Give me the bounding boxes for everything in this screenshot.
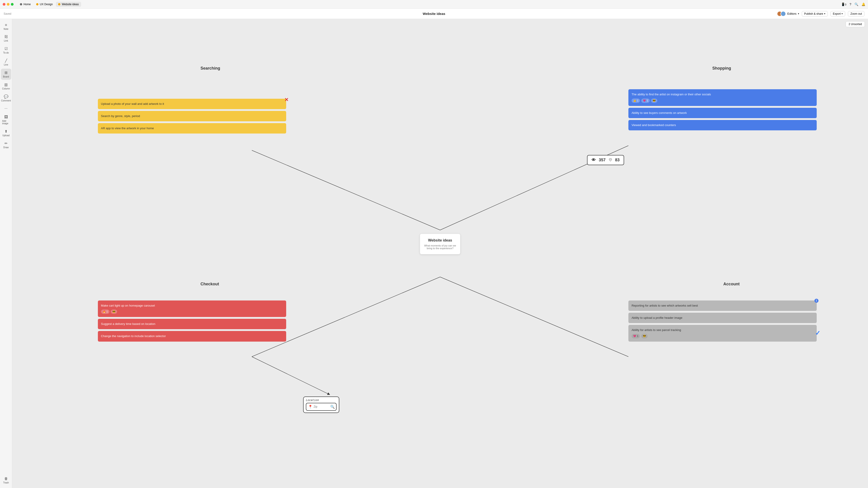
center-node: Website ideas What moments of joy can we… — [420, 234, 460, 254]
search-icon[interactable]: 🔍 — [855, 2, 858, 6]
card-account-1[interactable]: Reporting for artists to see which artwo… — [628, 300, 817, 311]
sidebar-item-trash[interactable]: 🗑 Trash — [1, 475, 11, 486]
more-icon: ··· — [4, 106, 7, 110]
badge-cool3: 😎 — [641, 334, 648, 338]
avatar-group — [777, 11, 786, 17]
quadrant-searching-label: Searching — [200, 66, 220, 71]
svg-line-3 — [440, 277, 628, 357]
sidebar-item-comment[interactable]: 💬 Comment — [1, 93, 11, 104]
card-checkout-3[interactable]: Change the navigation to include locatio… — [98, 331, 286, 341]
card-shopping-1[interactable]: The ability to find the artist on instag… — [628, 89, 817, 106]
sidebar-label-todo: To-do — [3, 52, 9, 54]
badge-cool: 😎 — [651, 98, 657, 103]
location-label: Location — [306, 399, 337, 402]
quadrant-checkout-label: Checkout — [200, 282, 219, 287]
zoom-button[interactable]: Zoom out — [848, 11, 864, 17]
sidebar-item-line[interactable]: ╱ Line — [1, 57, 11, 68]
sidebar-item-todo[interactable]: ☑ To-do — [1, 45, 11, 56]
tab-home[interactable]: Home — [18, 2, 33, 7]
card-text-account-1: Reporting for artists to see which artwo… — [631, 304, 698, 307]
sidebar-item-add-image[interactable]: 🖼 Add image — [1, 113, 11, 127]
badge-thumbs: 👍 1 — [631, 98, 640, 103]
todo-icon: ☑ — [4, 46, 8, 51]
account-cards: Reporting for artists to see which artwo… — [628, 300, 817, 341]
sidebar-label-image: Add image — [2, 120, 10, 125]
sidebar-label-trash: Trash — [3, 482, 9, 484]
svg-line-0 — [252, 150, 440, 230]
card-checkout-1[interactable]: Make cart light up on homepage carousel … — [98, 300, 286, 317]
quadrant-account-label: Account — [723, 282, 740, 287]
close-button[interactable] — [3, 3, 5, 6]
checkout-cards: Make cart light up on homepage carousel … — [98, 300, 286, 341]
minimize-button[interactable] — [7, 3, 9, 6]
card-text-account-3: Ability for artists to see parcel tracki… — [631, 328, 681, 332]
card-searching-3[interactable]: AR app to view the artwork in your home — [98, 123, 286, 133]
quadrant-shopping-label: Shopping — [712, 66, 731, 71]
menubar: Saved Website ideas Editors ▾ Publish & … — [0, 8, 868, 19]
location-widget[interactable]: Location 📍 🔍 — [303, 396, 339, 413]
card-text-account-2: Ability to upload a profile header image — [631, 316, 682, 320]
sidebar-item-draw[interactable]: ✏ Draw — [1, 139, 11, 151]
sidebar-label-comment: Comment — [1, 99, 11, 102]
sidebar-item-note[interactable]: ≡ Note — [1, 21, 11, 32]
shopping-card1-badges: 👍 1 💗 1 😎 — [631, 98, 813, 103]
editors-button[interactable]: Editors ▾ — [777, 11, 799, 17]
sort-button[interactable]: 2 Unsorted — [846, 21, 865, 27]
checkout-card1-badges: 🔥 1 😎 — [101, 310, 283, 314]
card-searching-1[interactable]: Upload a photo of your wall and add artw… — [98, 99, 286, 109]
badge-heart2: 💗 1 — [631, 334, 640, 338]
heart-icon: ♡ — [609, 158, 612, 162]
sidebar-label-draw: Draw — [3, 146, 8, 149]
tab-wi-label: Website ideas — [62, 3, 79, 6]
notification-icon[interactable]: 🔔 — [862, 2, 865, 6]
card-shopping-3[interactable]: Viewed and bookmarked counters — [628, 120, 817, 130]
view-count: 357 — [599, 158, 606, 162]
location-search-icon[interactable]: 🔍 — [330, 404, 335, 409]
card-text-checkout-1: Make cart light up on homepage carousel — [101, 304, 155, 307]
sidebar-item-link[interactable]: ⛓ Link — [1, 33, 11, 44]
sidebar-label-column: Column — [2, 88, 10, 90]
tab-ux-label: UX Design — [40, 3, 53, 6]
location-input-row: 📍 🔍 — [306, 403, 337, 411]
card-searching-2[interactable]: Search by genre, style, period — [98, 111, 286, 121]
account-card3-badges: 💗 1 😎 — [631, 334, 813, 338]
sidebar-item-column[interactable]: ▥ Column — [1, 80, 11, 92]
zip-input[interactable] — [313, 405, 329, 408]
tab-website-ideas[interactable]: Website ideas — [56, 2, 81, 7]
publish-share-button[interactable]: Publish & share ▾ — [802, 11, 828, 17]
shopping-cards: The ability to find the artist on instag… — [628, 89, 817, 130]
card-text-checkout-3: Change the navigation to include locatio… — [101, 334, 166, 338]
publish-chevron: ▾ — [824, 12, 825, 15]
svg-line-4 — [252, 357, 329, 394]
export-button[interactable]: Export ▾ — [831, 11, 845, 17]
tab-ux-design[interactable]: UX Design — [34, 2, 55, 7]
link-icon: ⛓ — [4, 35, 8, 39]
heart-count: 83 — [615, 158, 620, 162]
sidebar-item-upload[interactable]: ⬆ Upload — [1, 127, 11, 138]
card-account-2[interactable]: Ability to upload a profile header image — [628, 313, 817, 323]
badge-heart: 💗 1 — [641, 98, 650, 103]
sidebar-item-board[interactable]: ⊞ Board — [1, 69, 11, 80]
badge-fire: 🔥 1 — [101, 310, 110, 314]
sidebar-label-link: Link — [4, 39, 8, 42]
titlebar: Home UX Design Website ideas 📱0 ? 🔍 🔔 — [0, 0, 868, 8]
column-icon: ▥ — [4, 83, 8, 87]
help-icon[interactable]: ? — [849, 2, 851, 6]
sidebar-label-board: Board — [3, 75, 9, 78]
card-shopping-2[interactable]: Ability to see buyers comments on artwor… — [628, 108, 817, 118]
line-icon: ╱ — [5, 59, 7, 63]
traffic-lights — [3, 3, 13, 6]
sidebar-item-more[interactable]: ··· — [1, 105, 11, 112]
maximize-button[interactable] — [11, 3, 13, 6]
editors-label: Editors — [787, 12, 796, 15]
eye-icon: 👁 — [592, 158, 596, 162]
canvas[interactable]: 2 Unsorted Website ideas What moments of… — [12, 19, 868, 488]
card-account-3[interactable]: Ability for artists to see parcel tracki… — [628, 325, 817, 341]
card-checkout-2[interactable]: Suggest a delivery time based on locatio… — [98, 319, 286, 329]
sidebar-label-upload: Upload — [2, 134, 10, 137]
avatar-2 — [780, 11, 786, 17]
note-icon: ≡ — [5, 23, 7, 27]
tab-dot-wi — [58, 3, 60, 5]
checkmark-icon: ✓ — [815, 329, 820, 337]
card-text-shopping-2: Ability to see buyers comments on artwor… — [631, 111, 687, 115]
